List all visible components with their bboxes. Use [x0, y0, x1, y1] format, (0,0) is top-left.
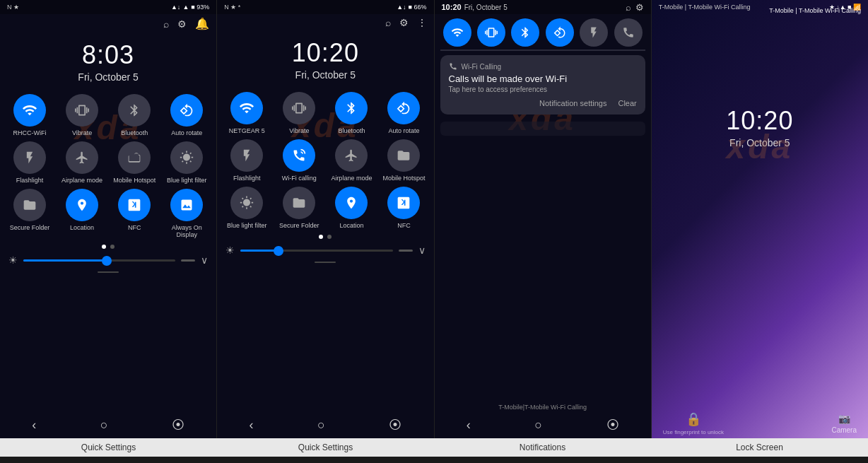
securefolder-tile-label-2: Secure Folder [279, 222, 319, 230]
home-button-1[interactable]: ○ [100, 418, 108, 433]
tile-airplane-1[interactable]: Airplane mode [58, 141, 106, 184]
tile-bluelight-2[interactable]: Blue light filter [223, 187, 271, 230]
back-button-2[interactable]: ‹ [249, 418, 253, 433]
brightness-end-2 [399, 250, 413, 252]
brightness-track-1[interactable] [23, 259, 175, 262]
status-bar-1: N ★ ▲↓ ▲ ■ 93% [0, 0, 216, 14]
brightness-bar-1[interactable]: ☀ ∨ [0, 252, 216, 269]
search-icon-2[interactable]: ⌕ [385, 17, 391, 28]
notif-settings-action[interactable]: Notification settings [539, 99, 606, 107]
tile-location-2[interactable]: Location [327, 187, 375, 230]
quick-wificalling-3[interactable] [614, 18, 643, 47]
brightness-track-2[interactable] [240, 250, 392, 252]
lock-shortcut-left[interactable]: 🔒 Use fingerprint to unlock [663, 411, 724, 435]
bluelight-tile-icon-1 [170, 141, 203, 174]
tile-autorotate-1[interactable]: Auto rotate [163, 94, 211, 137]
tile-nfc-1[interactable]: NFC [110, 189, 158, 240]
more-icon-2[interactable]: ⋮ [417, 17, 427, 28]
notifications-icon-1[interactable]: 🔔 [195, 17, 209, 30]
notif-title: Calls will be made over Wi-Fi [449, 74, 637, 84]
tile-vibrate-1[interactable]: Vibrate [58, 94, 106, 137]
brightness-fill-1 [23, 259, 107, 262]
tile-vibrate-2[interactable]: Vibrate [275, 92, 323, 135]
caption-3: Notifications [434, 438, 651, 457]
battery-icon: ■ 93% [191, 4, 209, 11]
bluelight-tile-icon-2 [230, 187, 263, 219]
notification-card[interactable]: Wi-Fi Calling Calls will be made over Wi… [440, 55, 645, 115]
settings-icon-1[interactable]: ⚙ [177, 18, 187, 30]
flashlight-tile-icon-1 [13, 141, 46, 174]
status-left-1: N ★ [7, 4, 19, 11]
autorotate-tile-label-2: Auto rotate [388, 127, 419, 135]
tile-securefolder-1[interactable]: Secure Folder [6, 189, 54, 240]
tile-bluelight-1[interactable]: Blue light filter [163, 141, 211, 184]
location-tile-icon-1 [66, 189, 98, 221]
back-button-1[interactable]: ‹ [32, 418, 36, 433]
tile-securefolder-2[interactable]: Secure Folder [275, 187, 323, 230]
tile-flashlight-2[interactable]: Flashlight [223, 139, 271, 182]
hotspot-tile-label-2: Mobile Hotspot [382, 175, 425, 182]
notif-actions: Notification settings Clear [449, 99, 637, 107]
tile-nfc-2[interactable]: NFC [380, 187, 428, 230]
tile-hotspot-1[interactable]: Mobile Hotspot [110, 141, 158, 184]
quick-flashlight-3[interactable] [580, 18, 608, 47]
hotspot-tile-label-1: Mobile Hotspot [113, 177, 156, 184]
brightness-end-1 [181, 259, 195, 262]
tile-wificalling-2[interactable]: Wi-Fi calling [275, 139, 323, 182]
time-display-1: 8:03 Fri, October 5 [0, 33, 216, 94]
screen-1-quick-settings: N ★ ▲↓ ▲ ■ 93% ⌕ ⚙ 🔔 8:03 Fri, October 5… [0, 0, 217, 438]
recents-button-1[interactable]: ⦿ [172, 418, 184, 433]
brightness-thumb-1[interactable] [102, 256, 112, 266]
captions-bar: Quick Settings Quick Settings Notificati… [0, 438, 868, 457]
search-icon-1[interactable]: ⌕ [163, 18, 169, 30]
brightness-expand-2[interactable]: ∨ [418, 245, 426, 256]
lock-bottom: 🔒 Use fingerprint to unlock 📷 Camera [652, 406, 868, 438]
back-button-3[interactable]: ‹ [467, 418, 471, 433]
tile-wifi-1[interactable]: RHCC-WiFi [6, 94, 54, 137]
quick-rotate-3[interactable] [546, 18, 574, 47]
wifi-tile-label-1: RHCC-WiFi [13, 129, 47, 137]
brightness-bar-2[interactable]: ☀ ∨ [217, 242, 433, 259]
recents-button-2[interactable]: ⦿ [389, 418, 401, 433]
notif-clear-action[interactable]: Clear [618, 99, 636, 107]
tile-bluetooth-1[interactable]: Bluetooth [110, 94, 158, 137]
airplane-tile-label-1: Airplane mode [61, 177, 102, 184]
notif-quick-row [435, 14, 651, 49]
bluetooth-tile-label-1: Bluetooth [121, 129, 148, 137]
quick-bluetooth-3[interactable] [511, 18, 539, 47]
lock-shortcut-right[interactable]: 📷 Camera [831, 413, 857, 434]
date-2: Fri, October 5 [217, 69, 433, 81]
quick-wifi-3[interactable] [443, 18, 471, 47]
unlock-label: Use fingerprint to unlock [663, 429, 724, 435]
tile-location-1[interactable]: Location [58, 189, 106, 240]
brightness-expand-1[interactable]: ∨ [201, 254, 208, 266]
tile-flashlight-1[interactable]: Flashlight [6, 141, 54, 184]
separator-2 [315, 262, 336, 263]
pagination-1 [0, 239, 216, 252]
settings-icon-2[interactable]: ⚙ [399, 17, 409, 28]
tile-autorotate-2[interactable]: Auto rotate [380, 92, 428, 135]
tile-airplane-2[interactable]: Airplane mode [327, 139, 375, 182]
time-4: 10:20 [652, 106, 868, 136]
tile-hotspot-2[interactable]: Mobile Hotspot [380, 139, 428, 182]
tile-wifi-2[interactable]: NETGEAR 5 [223, 92, 271, 135]
tile-aod-1[interactable]: Always On Display [163, 189, 211, 240]
tile-bluetooth-2[interactable]: Bluetooth [327, 92, 375, 135]
autorotate-tile-icon-2 [387, 92, 420, 124]
settings-icon-3[interactable]: ⚙ [635, 2, 644, 13]
vibrate-tile-label-2: Vibrate [289, 127, 309, 135]
time-2: 10:20 [217, 38, 433, 68]
home-button-3[interactable]: ○ [534, 418, 542, 433]
brightness-thumb-2[interactable] [274, 246, 283, 256]
camera-icon: 📷 [838, 413, 850, 424]
home-button-2[interactable]: ○ [317, 418, 325, 433]
wifi-tile-icon-1 [13, 94, 46, 127]
caption-4: Lock Screen [651, 438, 868, 457]
quick-vibrate-3[interactable] [477, 18, 505, 47]
bluetooth-tile-label-2: Bluetooth [338, 127, 365, 135]
bluelight-tile-label-2: Blue light filter [227, 222, 267, 230]
wificalling-tile-icon-2 [283, 139, 315, 172]
search-icon-3[interactable]: ⌕ [626, 2, 631, 13]
flashlight-tile-label-1: Flashlight [16, 177, 44, 184]
recents-button-3[interactable]: ⦿ [606, 418, 619, 433]
